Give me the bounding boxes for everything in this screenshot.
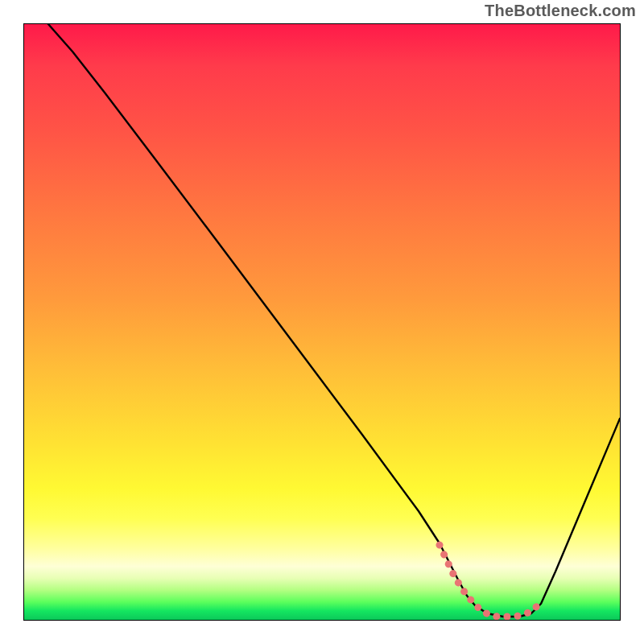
main-curve-line — [48, 24, 620, 617]
curve-overlay — [24, 24, 620, 620]
watermark-text: TheBottleneck.com — [485, 2, 636, 20]
plot-area — [23, 23, 621, 621]
highlight-curve-line — [440, 545, 543, 617]
chart-container: TheBottleneck.com — [0, 0, 644, 644]
